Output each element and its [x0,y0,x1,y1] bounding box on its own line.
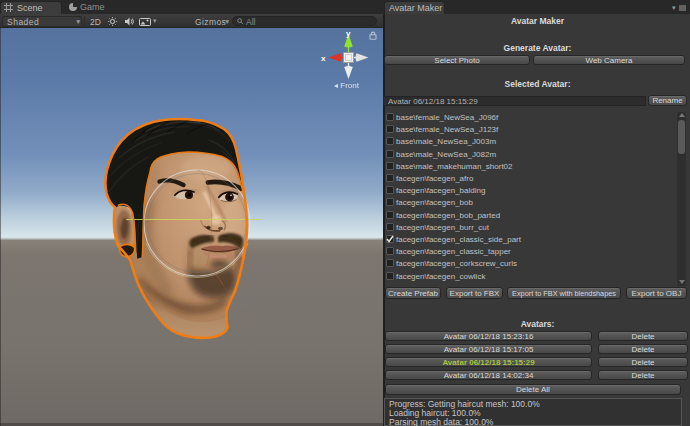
svg-text:x: x [321,54,326,63]
svg-text:y: y [346,29,351,38]
